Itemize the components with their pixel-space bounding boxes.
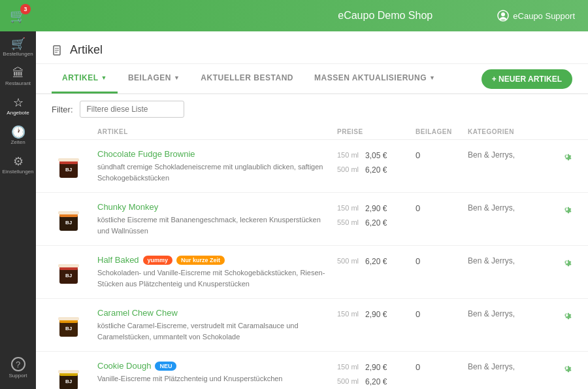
article-beilagen-half-baked: 0 (416, 255, 468, 266)
filter-label: Filter: (52, 105, 73, 114)
svg-rect-20 (58, 317, 79, 320)
artikel-icon (52, 44, 63, 56)
sidebar-item-einstellungen[interactable]: ⚙ Einstellungen (0, 149, 36, 178)
sidebar-item-support[interactable]: ? Support (0, 350, 36, 382)
svg-rect-12 (58, 211, 79, 214)
sidebar-item-zeiten[interactable]: 🕐 Zeiten (0, 120, 36, 149)
support-icon: ? (11, 357, 25, 371)
col-preise: PREISE (337, 128, 416, 135)
sidebar-item-restaurant[interactable]: 🏛 Restaurant (0, 61, 36, 90)
sidebar-label-einstellungen: Einstellungen (2, 169, 33, 175)
col-img (52, 128, 97, 135)
svg-text:BJ: BJ (65, 379, 72, 384)
badge-yummy: yummy (143, 256, 173, 265)
article-image-choc-fudge: BJ (52, 149, 86, 183)
tab-beilagen[interactable]: BEILAGEN ▼ (118, 64, 190, 93)
article-info-caramel-chew: Caramel Chew Chew köstliche Caramel-Eisc… (97, 308, 337, 342)
article-settings-btn-chunky-monkey[interactable] (561, 203, 572, 218)
article-settings-btn-caramel-chew[interactable] (561, 309, 572, 324)
article-row-cookie-dough: BJ Cookie Dough NEU Vanille-Eiscreme mit… (36, 352, 588, 389)
article-kategorien-half-baked: Ben & Jerrys, (468, 255, 546, 265)
tab-beilagen-arrow: ▼ (174, 75, 180, 81)
col-actions (546, 128, 572, 135)
article-name-chunky-monkey[interactable]: Chunky Monkey (97, 202, 331, 212)
tab-bestand[interactable]: AKTUELLER BESTAND (190, 64, 304, 93)
page: Artikel ARTIKEL ▼ BEILAGEN ▼ AKTUELLER B… (36, 31, 588, 389)
article-beilagen-chunky-monkey: 0 (416, 202, 468, 213)
user-label: eCaupo Support (513, 11, 575, 21)
svg-rect-16 (58, 264, 79, 267)
sidebar-item-angebote[interactable]: ☆ Angebote (0, 90, 36, 120)
article-settings-cell-caramel-chew (546, 308, 572, 324)
article-desc-half-baked: Schokoladen- und Vanille-Eiscreme mit Sc… (97, 267, 331, 289)
col-beilagen: BEILAGEN (416, 128, 468, 135)
price-line: 550 ml 6,20 € (337, 216, 416, 231)
tab-massen[interactable]: MASSEN AKTUALISIERUNG ▼ (304, 64, 446, 93)
article-settings-btn-cookie-dough[interactable] (561, 362, 572, 377)
article-name-cookie-dough[interactable]: Cookie Dough NEU (97, 361, 331, 371)
svg-rect-24 (58, 370, 79, 373)
article-image-half-baked: BJ (52, 255, 86, 289)
article-kategorien-caramel-chew: Ben & Jerrys, (468, 308, 546, 318)
app-title: eCaupo Demo Shop (273, 10, 497, 22)
sidebar-top: 🛒 3 (0, 0, 36, 31)
sidebar-item-bestellungen[interactable]: 🛒 Bestellungen (0, 31, 36, 61)
svg-text:BJ: BJ (65, 273, 72, 279)
article-prices-half-baked: 500 ml 6,20 € (337, 255, 416, 269)
sidebar: 🛒 3 🛒 Bestellungen 🏛 Restaurant ☆ Angebo… (0, 0, 36, 389)
svg-point-1 (501, 12, 505, 16)
tab-artikel[interactable]: ARTIKEL ▼ (52, 64, 118, 93)
article-kategorien-cookie-dough: Ben & Jerrys, (468, 361, 546, 371)
zeiten-icon: 🕐 (11, 126, 25, 138)
article-name-choc-fudge[interactable]: Chocolate Fudge Brownie (97, 149, 331, 159)
price-line: 500 ml 6,20 € (337, 255, 416, 269)
notification-badge: 3 (20, 4, 31, 14)
article-beilagen-caramel-chew: 0 (416, 308, 468, 319)
filter-input[interactable] (80, 101, 184, 118)
article-info-half-baked: Half Baked yummyNur kurze Zeit Schokolad… (97, 255, 337, 289)
article-settings-btn-choc-fudge[interactable] (561, 150, 572, 165)
einstellungen-icon: ⚙ (13, 156, 24, 167)
article-desc-chunky-monkey: köstliche Eiscreme mit Bananengeschmack,… (97, 214, 331, 236)
sidebar-label-support: Support (8, 373, 27, 379)
article-row-caramel-chew: BJ Caramel Chew Chew köstliche Caramel-E… (36, 299, 588, 352)
tabs: ARTIKEL ▼ BEILAGEN ▼ AKTUELLER BESTAND M… (52, 64, 446, 93)
article-settings-cell-cookie-dough (546, 361, 572, 377)
app-header: eCaupo Demo Shop eCaupo Support (36, 0, 588, 31)
price-line: 150 ml 2,90 € (337, 308, 416, 322)
article-info-cookie-dough: Cookie Dough NEU Vanille-Eiscreme mit Pl… (97, 361, 337, 384)
header-user: eCaupo Support (497, 10, 575, 22)
svg-text:BJ: BJ (65, 326, 72, 331)
bestellungen-nav-icon: 🛒 (11, 38, 25, 50)
main-content: eCaupo Demo Shop eCaupo Support Artikel (36, 0, 588, 389)
badge-kurz: Nur kurze Zeit (176, 256, 225, 265)
article-name-caramel-chew[interactable]: Caramel Chew Chew (97, 308, 331, 318)
filter-row: Filter: (36, 94, 588, 124)
article-info-chunky-monkey: Chunky Monkey köstliche Eiscreme mit Ban… (97, 202, 337, 236)
sidebar-label-angebote: Angebote (7, 110, 29, 116)
svg-text:BJ: BJ (65, 220, 72, 226)
article-desc-caramel-chew: köstliche Caramel-Eiscreme, verstrudelt … (97, 320, 331, 342)
tab-artikel-arrow: ▼ (101, 75, 107, 81)
svg-rect-8 (58, 158, 79, 161)
new-article-button[interactable]: + NEUER ARTIKEL (482, 69, 572, 89)
article-prices-choc-fudge: 150 ml 3,05 € 500 ml 6,20 € (337, 149, 416, 177)
price-line: 500 ml 6,20 € (337, 375, 416, 389)
article-image-caramel-chew: BJ (52, 308, 86, 342)
sidebar-label-zeiten: Zeiten (10, 140, 25, 145)
article-settings-btn-half-baked[interactable] (561, 256, 572, 271)
svg-text:BJ: BJ (65, 167, 72, 173)
article-beilagen-choc-fudge: 0 (416, 149, 468, 160)
article-row-half-baked: BJ Half Baked yummyNur kurze Zeit Schoko… (36, 246, 588, 299)
article-desc-choc-fudge: sündhaft cremige Schokladeneiscreme mit … (97, 161, 331, 183)
price-line: 150 ml 2,90 € (337, 361, 416, 375)
sidebar-label-restaurant: Restaurant (5, 81, 31, 86)
article-kategorien-choc-fudge: Ben & Jerrys, (468, 149, 546, 160)
tab-massen-arrow: ▼ (429, 75, 435, 81)
tabs-row: ARTIKEL ▼ BEILAGEN ▼ AKTUELLER BESTAND M… (36, 64, 588, 94)
articles-list: BJ Chocolate Fudge Brownie sündhaft crem… (36, 140, 588, 389)
price-line: 150 ml 3,05 € (337, 149, 416, 163)
article-desc-cookie-dough: Vanille-Eiscreme mit Plätzchenteig und K… (97, 373, 331, 384)
article-name-half-baked[interactable]: Half Baked yummyNur kurze Zeit (97, 255, 331, 265)
article-prices-chunky-monkey: 150 ml 2,90 € 550 ml 6,20 € (337, 202, 416, 230)
